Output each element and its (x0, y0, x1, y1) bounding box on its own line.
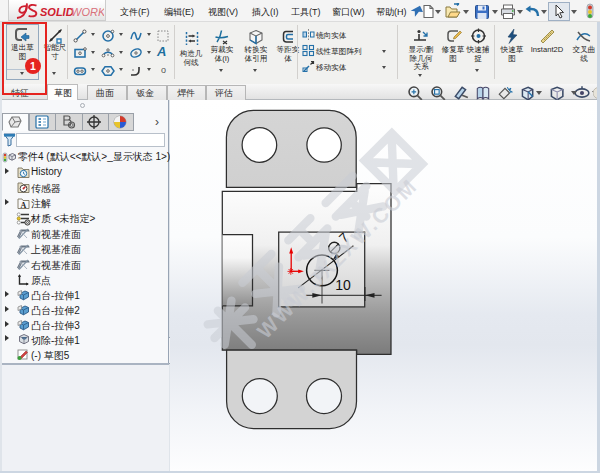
svg-text:WWW.JXZXW.COM: WWW.JXZXW.COM (253, 174, 422, 343)
